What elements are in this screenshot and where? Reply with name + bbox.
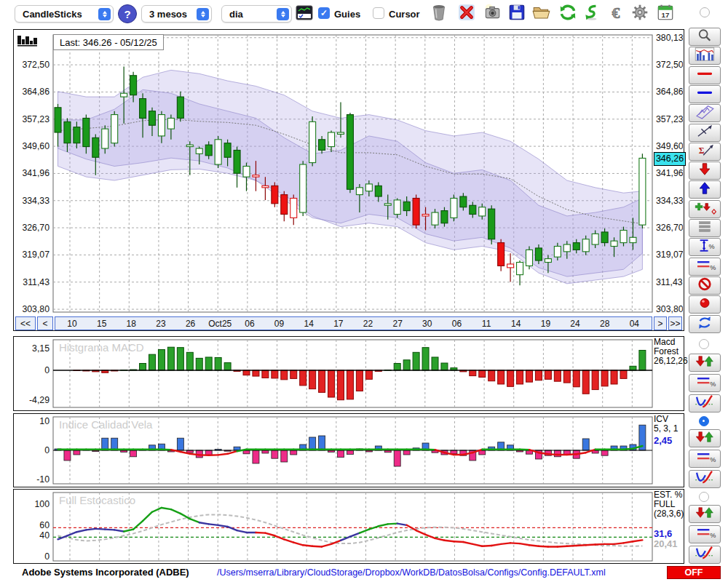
svg-text:0: 0 bbox=[44, 551, 50, 562]
svg-text:372,50: 372,50 bbox=[22, 60, 50, 70]
stepper-icon bbox=[98, 8, 111, 20]
cursor-checkbox[interactable] bbox=[373, 7, 384, 19]
tool-list-rows-button[interactable] bbox=[689, 219, 721, 237]
svg-text:Σ: Σ bbox=[699, 145, 705, 155]
date-tick-label: 30 bbox=[422, 319, 432, 329]
svg-text:357,23: 357,23 bbox=[656, 114, 683, 124]
config-path-link[interactable]: /Users/mserra/Library/CloudStorage/Dropb… bbox=[217, 567, 606, 578]
snapshot-button[interactable] bbox=[481, 4, 503, 24]
tool-blue-line-button[interactable] bbox=[689, 85, 721, 103]
date-tick-label: 19 bbox=[541, 319, 550, 329]
date-tick-label: 18 bbox=[127, 319, 136, 329]
channel-icon bbox=[690, 103, 719, 123]
delete-x-icon bbox=[457, 3, 476, 25]
date-tick-label: 27 bbox=[392, 319, 402, 329]
icv-updown-arrows-button[interactable] bbox=[689, 429, 721, 447]
tool-arrow-down-button[interactable] bbox=[689, 162, 721, 180]
tool-lines-percent-button[interactable]: % bbox=[689, 258, 721, 276]
macd-panel-radio[interactable] bbox=[699, 339, 709, 349]
help-button[interactable]: ? bbox=[118, 4, 137, 23]
app-window: CandleSticks ? 3 mesos dia ✓ Guies Curso… bbox=[0, 0, 728, 582]
curve-icon bbox=[690, 394, 719, 413]
save-icon bbox=[507, 3, 526, 25]
mini-histogram-icon bbox=[17, 33, 40, 50]
icv-lines-percent-button[interactable]: % bbox=[689, 450, 721, 468]
icv-chart[interactable]: 100-10Indice Calidad Vela bbox=[14, 414, 683, 486]
range-percent-icon: % bbox=[690, 237, 719, 257]
icv-curve-button[interactable] bbox=[689, 470, 721, 488]
off-toggle-button[interactable]: OFF bbox=[667, 566, 721, 579]
chart-type-select[interactable]: CandleSticks bbox=[15, 5, 114, 23]
date-tick-label: 24 bbox=[570, 319, 579, 329]
refresh-green-button[interactable] bbox=[557, 4, 579, 24]
candlestick-chart[interactable]: 380,13372,50372,50364,86364,86357,23357,… bbox=[14, 30, 683, 315]
tool-refresh-blue-button[interactable] bbox=[689, 315, 721, 333]
tool-sum-trendline-button[interactable]: Σ bbox=[689, 143, 721, 161]
tool-disable-button[interactable] bbox=[689, 276, 721, 295]
date-tick-label: 04 bbox=[630, 319, 639, 329]
period-select[interactable]: 3 mesos bbox=[141, 5, 212, 23]
stoch-right-label: EST. % FULL (28,3,6) bbox=[654, 490, 684, 519]
mini-chart-window-button[interactable] bbox=[293, 4, 315, 24]
tool-search-zoom-button[interactable] bbox=[689, 28, 721, 46]
macd-histogram-chart[interactable]: 3,150-4,29Histgrama MACD bbox=[14, 337, 683, 410]
tool-range-percent-button[interactable]: % bbox=[689, 238, 721, 256]
icv-current-value: 2,45 bbox=[654, 435, 672, 446]
date-tick-label: 22 bbox=[363, 319, 373, 329]
svg-text:341,96: 341,96 bbox=[656, 168, 683, 178]
calendar-icon: 17 bbox=[656, 3, 675, 25]
icv-right-label: ICV 5, 3, 1 bbox=[654, 415, 678, 434]
current-price-badge: 346,26 bbox=[654, 152, 686, 166]
guies-label: Guies bbox=[334, 9, 360, 20]
svg-text:-10: -10 bbox=[36, 474, 50, 485]
open-folder-button[interactable] bbox=[531, 4, 553, 24]
sync-green-button[interactable] bbox=[581, 4, 603, 24]
nav-far-fwd-button[interactable]: >> bbox=[668, 316, 682, 330]
stoch-updown-arrows-button[interactable] bbox=[689, 505, 721, 523]
settings-gear-icon bbox=[630, 3, 649, 25]
macd-lines-percent-button[interactable]: % bbox=[689, 374, 721, 392]
nav-far-back-button[interactable]: << bbox=[15, 316, 36, 330]
arrow-down-icon bbox=[690, 161, 719, 180]
question-icon: ? bbox=[124, 8, 130, 20]
delete-x-button[interactable] bbox=[456, 4, 478, 24]
euro-button[interactable]: € bbox=[605, 4, 627, 24]
nav-back-button[interactable]: < bbox=[37, 316, 53, 330]
stepper-icon bbox=[277, 8, 289, 20]
settings-gear-button[interactable] bbox=[629, 4, 651, 24]
svg-text:380,13: 380,13 bbox=[656, 33, 683, 43]
date-tick-label: 06 bbox=[245, 319, 254, 329]
icv-panel-radio[interactable] bbox=[699, 416, 709, 426]
macd-updown-arrows-button[interactable] bbox=[689, 354, 721, 372]
tool-record-button[interactable] bbox=[689, 295, 721, 314]
sum-trendline-icon: Σ bbox=[690, 142, 719, 162]
tool-indicators-chart-button[interactable] bbox=[689, 47, 721, 65]
svg-text:349,60: 349,60 bbox=[656, 141, 683, 151]
lines-percent-icon: % bbox=[690, 257, 719, 276]
svg-text:17: 17 bbox=[662, 11, 670, 19]
svg-text:357,23: 357,23 bbox=[22, 114, 50, 124]
save-button[interactable] bbox=[506, 4, 528, 24]
svg-text:Histgrama MACD: Histgrama MACD bbox=[59, 341, 144, 354]
updown-arrows-icon bbox=[690, 353, 719, 372]
macd-curve-button[interactable] bbox=[689, 394, 721, 412]
trash-button[interactable] bbox=[428, 4, 450, 24]
stoch-lines-percent-button[interactable]: % bbox=[689, 525, 721, 543]
nav-fwd-button[interactable]: > bbox=[654, 316, 667, 330]
interval-select[interactable]: dia bbox=[221, 5, 292, 23]
blue-line-icon bbox=[690, 84, 719, 104]
calendar-button[interactable]: 17 bbox=[654, 4, 676, 24]
tool-arrow-up-button[interactable] bbox=[689, 180, 721, 199]
stoch-curve-button[interactable] bbox=[689, 546, 721, 564]
period-value: 3 mesos bbox=[149, 9, 187, 20]
tool-red-line-button[interactable] bbox=[689, 66, 721, 84]
tool-channel-button[interactable] bbox=[689, 104, 721, 122]
svg-text:341,96: 341,96 bbox=[22, 168, 50, 178]
tool-trendline-button[interactable] bbox=[689, 124, 721, 142]
stochastic-chart[interactable]: 10060400Full Estocastico bbox=[14, 490, 683, 562]
stoch-panel-radio[interactable] bbox=[699, 492, 709, 502]
date-tick-label: 17 bbox=[333, 319, 343, 329]
tool-add-marker-button[interactable] bbox=[689, 200, 721, 218]
guies-checkbox[interactable]: ✓ bbox=[318, 7, 330, 19]
toolbar-radio[interactable] bbox=[700, 7, 710, 17]
